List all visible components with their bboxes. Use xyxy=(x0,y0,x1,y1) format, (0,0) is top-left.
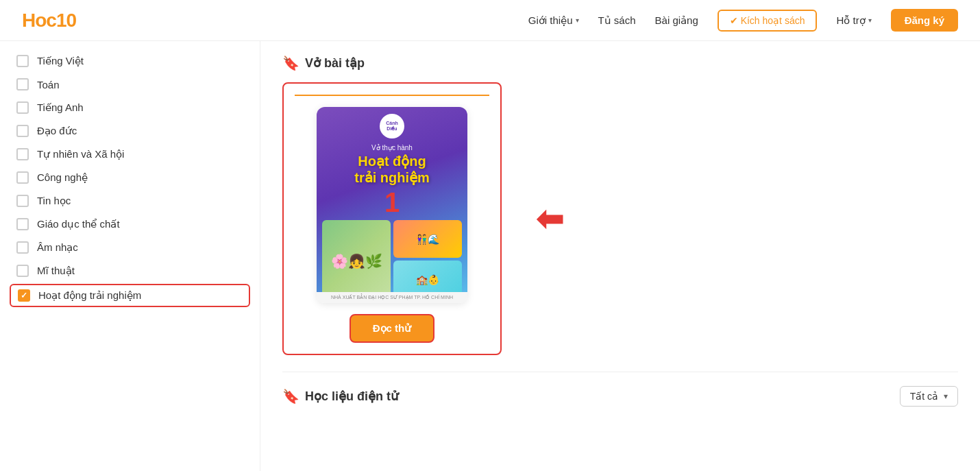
logo-hoc: Hoc xyxy=(22,10,56,31)
nav-item-tu-sach[interactable]: Tủ sách xyxy=(598,14,636,27)
sidebar-label-am-nhac: Âm nhạc xyxy=(37,241,78,254)
sidebar-label-hoat-dong-trai-nghiem: Hoạt động trải nghiệm xyxy=(38,289,141,302)
checkbox-toan[interactable] xyxy=(16,78,29,90)
select-all-label: Tất cả xyxy=(910,391,938,402)
book-img-left: 🌸👧🌿 xyxy=(322,220,391,292)
sidebar-label-tieng-anh: Tiếng Anh xyxy=(37,101,84,114)
read-button[interactable]: Đọc thử xyxy=(350,314,435,343)
nav-item-bai-giang[interactable]: Bài giảng xyxy=(655,14,698,27)
section2: 🔖 Học liệu điện tử Tất cả ▾ xyxy=(282,372,958,407)
checkbox-hoat-dong-trai-nghiem[interactable] xyxy=(18,289,30,302)
book-title-line2: trải nghiệm xyxy=(354,169,430,186)
checkbox-cong-nghe[interactable] xyxy=(16,171,29,184)
book-number: 1 xyxy=(384,189,400,216)
chevron-down-icon: ▾ xyxy=(576,16,579,24)
section1-title: Vở bài tập xyxy=(305,56,365,71)
chevron-down-icon-select: ▾ xyxy=(944,391,948,401)
bookmark-icon: 🔖 xyxy=(282,55,299,71)
checkbox-dao-duc[interactable] xyxy=(16,125,29,137)
sidebar-item-hoat-dong-trai-nghiem[interactable]: Hoạt động trải nghiệm xyxy=(10,284,250,307)
section1-header: 🔖 Vở bài tập xyxy=(282,55,958,71)
book-logo: CánhDiều xyxy=(380,114,404,138)
sidebar-item-tin-hoc[interactable]: Tin học xyxy=(16,189,243,213)
sidebar-label-tin-hoc: Tin học xyxy=(37,195,71,207)
header: Hoc10 Giới thiệu ▾ Tủ sách Bài giảng ✔ K… xyxy=(0,0,980,41)
book-card-area: CánhDiều Vở thực hành Hoạt động trải ngh… xyxy=(282,82,502,355)
book-imgs-right: 👫🌊 🏫👶 xyxy=(393,220,462,292)
divider-orange xyxy=(295,95,489,96)
checkbox-tu-nhien-xa-hoi[interactable] xyxy=(16,148,29,160)
sidebar-label-cong-nghe: Công nghệ xyxy=(37,171,88,184)
book-images-area: 🌸👧🌿 👫🌊 🏫👶 xyxy=(322,220,462,292)
select-all-dropdown[interactable]: Tất cả ▾ xyxy=(900,386,958,407)
book-title-line1: Hoạt động xyxy=(358,153,426,169)
sidebar-item-toan[interactable]: Toán xyxy=(16,73,243,96)
nav: Giới thiệu ▾ Tủ sách Bài giảng ✔ Kích ho… xyxy=(528,9,958,32)
chevron-down-icon-support: ▾ xyxy=(868,16,872,24)
sidebar-label-tieng-viet: Tiếng Việt xyxy=(37,55,84,67)
bookmark-icon-2: 🔖 xyxy=(282,388,299,404)
section2-header: 🔖 Học liệu điện tử xyxy=(282,388,398,404)
checkbox-mi-thuat[interactable] xyxy=(16,265,29,277)
sidebar: Tiếng Việt Toán Tiếng Anh Đạo đức Tự nhi… xyxy=(0,41,260,471)
arrow-left-icon: ⬅ xyxy=(536,200,563,238)
checkbox-tin-hoc[interactable] xyxy=(16,195,29,207)
section2-title: Học liệu điện tử xyxy=(305,389,398,404)
book-img-top-right: 👫🌊 xyxy=(393,220,462,258)
sidebar-label-toan: Toán xyxy=(37,79,60,90)
checkbox-tieng-viet[interactable] xyxy=(16,55,29,67)
sidebar-label-tu-nhien-xa-hoi: Tự nhiên và Xã hội xyxy=(37,148,124,160)
nav-item-ho-tro[interactable]: Hỗ trợ ▾ xyxy=(836,14,871,27)
book-img-bottom-right: 🏫👶 xyxy=(393,261,462,292)
logo[interactable]: Hoc10 xyxy=(22,10,76,32)
book-label: Vở thực hành xyxy=(371,144,413,152)
sidebar-item-tieng-anh[interactable]: Tiếng Anh xyxy=(16,96,243,119)
sidebar-item-tieng-viet[interactable]: Tiếng Việt xyxy=(16,49,243,73)
register-button[interactable]: Đăng ký xyxy=(891,9,958,32)
main-layout: Tiếng Việt Toán Tiếng Anh Đạo đức Tự nhi… xyxy=(0,41,980,471)
sidebar-item-am-nhac[interactable]: Âm nhạc xyxy=(16,236,243,259)
sidebar-item-mi-thuat[interactable]: Mĩ thuật xyxy=(16,259,243,282)
logo-10: 10 xyxy=(56,10,76,31)
book-card: CánhDiều Vở thực hành Hoạt động trải ngh… xyxy=(317,107,467,303)
sidebar-label-dao-duc: Đạo đức xyxy=(37,125,77,137)
checkbox-am-nhac[interactable] xyxy=(16,241,29,254)
activate-button[interactable]: ✔ Kích hoạt sách xyxy=(718,10,818,32)
nav-item-gioi-thieu[interactable]: Giới thiệu ▾ xyxy=(528,14,579,27)
content-area: 🔖 Vở bài tập CánhDiều xyxy=(260,41,980,471)
sidebar-label-giao-duc-the-chat: Giáo dục thể chất xyxy=(37,218,120,230)
sidebar-item-cong-nghe[interactable]: Công nghệ xyxy=(16,166,243,189)
book-cover: CánhDiều Vở thực hành Hoạt động trải ngh… xyxy=(317,107,467,292)
sidebar-item-dao-duc[interactable]: Đạo đức xyxy=(16,119,243,143)
sidebar-item-tu-nhien-xa-hoi[interactable]: Tự nhiên và Xã hội xyxy=(16,143,243,166)
sidebar-label-mi-thuat: Mĩ thuật xyxy=(37,265,75,277)
sidebar-item-giao-duc-the-chat[interactable]: Giáo dục thể chất xyxy=(16,213,243,236)
checkbox-giao-duc-the-chat[interactable] xyxy=(16,218,29,230)
book-bottom: NHÀ XUẤT BẢN ĐẠI HỌC SƯ PHẠM TP. HỒ CHÍ … xyxy=(317,292,467,303)
checkbox-tieng-anh[interactable] xyxy=(16,101,29,114)
